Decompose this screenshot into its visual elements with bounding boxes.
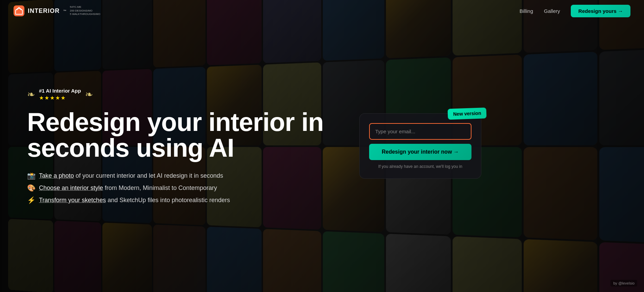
nav-gallery[interactable]: Gallery (544, 8, 560, 14)
logo-tm: ™ (63, 9, 66, 13)
headline-line1: Redesign your interior in (27, 108, 323, 136)
award-info: #1 AI Interior App ★★★★★ (39, 88, 81, 101)
feature-link-2[interactable]: Choose an interior style (39, 184, 103, 191)
email-input[interactable] (369, 123, 471, 140)
logo-text: INTERIOR (28, 7, 60, 15)
feature-link-1[interactable]: Take a photo (39, 172, 74, 179)
signup-card: New version Redesign your interior now →… (359, 113, 481, 179)
feature-item-3: ⚡ Transform your sketches and SketchUp f… (27, 196, 332, 204)
feature-item-1: 📸 Take a photo of your current interior … (27, 172, 332, 180)
feature-text-1: Take a photo of your current interior an… (39, 172, 223, 179)
headline-line2: seconds using AI (27, 133, 234, 162)
award-badge: ❧ #1 AI Interior App ★★★★★ ❧ (27, 88, 332, 101)
navbar: INTERIOR ™ 54TC.ME 200 DESIGNS/MO 5 WALK… (0, 0, 644, 22)
feature-text-2: Choose an interior style from Modern, Mi… (39, 184, 217, 192)
logo-badge: 54TC.ME 200 DESIGNS/MO 5 WALKTHROUGHS/MO (70, 5, 100, 16)
stars: ★★★★★ (39, 95, 81, 101)
cta-button[interactable]: Redesign your interior now → (369, 144, 471, 160)
logo-area: INTERIOR ™ 54TC.ME 200 DESIGNS/MO 5 WALK… (14, 5, 100, 16)
new-version-badge: New version (447, 108, 487, 120)
credit-text: by @levelsio (610, 280, 637, 287)
laurel-left: ❧ (27, 89, 35, 100)
laurel-right: ❧ (85, 89, 93, 100)
nav-cta-button[interactable]: Redesign yours → (571, 5, 630, 17)
hero-headline: Redesign your interior in seconds using … (27, 109, 332, 161)
lightning-icon: ⚡ (27, 196, 36, 204)
feature-link-3[interactable]: Transform your sketches (39, 197, 106, 203)
feature-item-2: 🎨 Choose an interior style from Modern, … (27, 184, 332, 192)
features-list: 📸 Take a photo of your current interior … (27, 172, 332, 204)
award-text: #1 AI Interior App (39, 88, 81, 94)
palette-icon: 🎨 (27, 184, 36, 192)
hero-section: ❧ #1 AI Interior App ★★★★★ ❧ Redesign yo… (27, 88, 332, 204)
logo-icon (14, 5, 24, 16)
signin-text: If you already have an account, we'll lo… (369, 164, 471, 169)
feature-text-3: Transform your sketches and SketchUp fil… (39, 197, 230, 204)
camera-icon: 📸 (27, 172, 36, 180)
nav-right: Billing Gallery Redesign yours → (520, 5, 630, 17)
nav-billing[interactable]: Billing (520, 8, 533, 14)
signup-section: New version Redesign your interior now →… (359, 113, 481, 179)
main-content: ❧ #1 AI Interior App ★★★★★ ❧ Redesign yo… (0, 0, 644, 292)
